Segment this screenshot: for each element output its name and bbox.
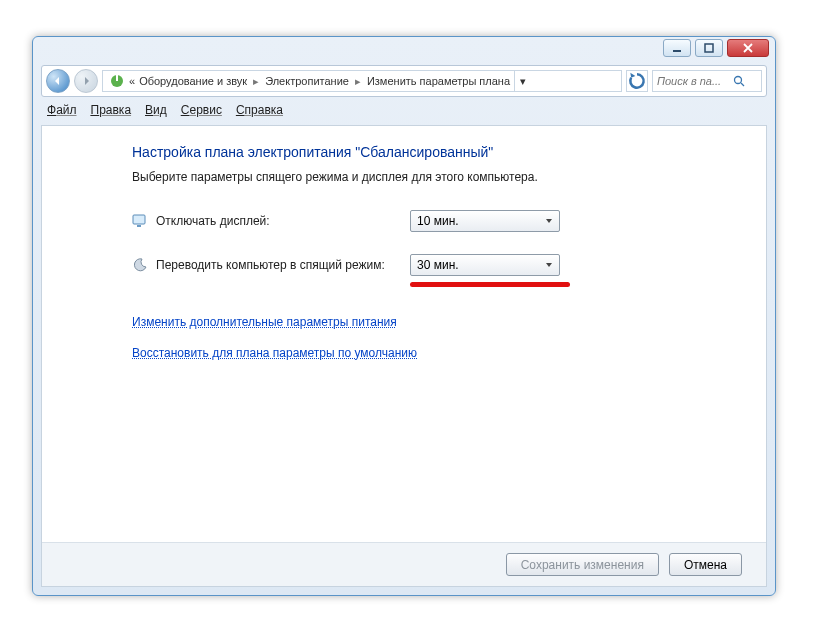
breadcrumb-item[interactable]: Оборудование и звук: [139, 75, 247, 87]
forward-button[interactable]: [74, 69, 98, 93]
menu-file[interactable]: Файл: [47, 103, 77, 117]
back-button[interactable]: [46, 69, 70, 93]
maximize-button[interactable]: [695, 39, 723, 57]
power-options-icon: [109, 73, 125, 89]
monitor-icon: [132, 213, 148, 229]
window-controls: [663, 39, 769, 57]
content-inner: Настройка плана электропитания "Сбаланси…: [42, 126, 766, 374]
svg-rect-1: [705, 44, 713, 52]
chevron-down-icon: [545, 261, 553, 269]
search-icon: [733, 75, 745, 87]
window: « Оборудование и звук ▸ Электропитание ▸…: [32, 36, 776, 596]
content-pane: Настройка плана электропитания "Сбаланси…: [41, 125, 767, 587]
breadcrumb-separator: ▸: [251, 75, 261, 88]
cancel-button[interactable]: Отмена: [669, 553, 742, 576]
restore-defaults-link[interactable]: Восстановить для плана параметры по умол…: [132, 346, 417, 360]
breadcrumb-prefix: «: [129, 75, 135, 87]
breadcrumb-separator: ▸: [353, 75, 363, 88]
sleep-select[interactable]: 30 мин.: [410, 254, 560, 276]
minimize-button[interactable]: [663, 39, 691, 57]
close-button[interactable]: [727, 39, 769, 57]
annotation-underline: [410, 282, 570, 288]
svg-point-4: [735, 77, 742, 84]
turn-off-display-row: Отключать дисплей: 10 мин.: [132, 210, 748, 232]
menu-edit[interactable]: Правка: [91, 103, 132, 117]
turn-off-display-value: 10 мин.: [417, 214, 459, 228]
svg-rect-0: [673, 50, 681, 52]
refresh-icon: [627, 71, 647, 91]
menu-view[interactable]: Вид: [145, 103, 167, 117]
sleep-label: Переводить компьютер в спящий режим:: [132, 257, 410, 273]
sleep-row: Переводить компьютер в спящий режим: 30 …: [132, 254, 748, 276]
close-icon: [743, 43, 753, 53]
turn-off-display-select[interactable]: 10 мин.: [410, 210, 560, 232]
moon-icon: [132, 257, 148, 273]
svg-rect-6: [133, 215, 145, 224]
minimize-icon: [672, 43, 682, 53]
page-subtitle: Выберите параметры спящего режима и дисп…: [132, 170, 748, 184]
search-input[interactable]: [657, 75, 733, 87]
breadcrumb-item[interactable]: Электропитание: [265, 75, 349, 87]
menu-tools[interactable]: Сервис: [181, 103, 222, 117]
search-box[interactable]: [652, 70, 762, 92]
page-title: Настройка плана электропитания "Сбаланси…: [132, 144, 748, 160]
footer: Сохранить изменения Отмена: [42, 542, 766, 586]
back-arrow-icon: [53, 76, 63, 86]
address-dropdown[interactable]: ▾: [514, 71, 530, 91]
breadcrumb-item[interactable]: Изменить параметры плана: [367, 75, 510, 87]
navigation-bar: « Оборудование и звук ▸ Электропитание ▸…: [41, 65, 767, 97]
refresh-button[interactable]: [626, 70, 648, 92]
sleep-value: 30 мин.: [417, 258, 459, 272]
maximize-icon: [704, 43, 714, 53]
menu-help[interactable]: Справка: [236, 103, 283, 117]
svg-line-5: [741, 83, 744, 86]
svg-rect-7: [137, 225, 141, 227]
chevron-down-icon: [545, 217, 553, 225]
menu-bar: Файл Правка Вид Сервис Справка: [41, 99, 767, 121]
titlebar: [33, 37, 775, 63]
save-button[interactable]: Сохранить изменения: [506, 553, 659, 576]
address-bar[interactable]: « Оборудование и звук ▸ Электропитание ▸…: [102, 70, 622, 92]
advanced-settings-link[interactable]: Изменить дополнительные параметры питани…: [132, 315, 397, 329]
svg-rect-3: [116, 75, 118, 81]
forward-arrow-icon: [81, 76, 91, 86]
turn-off-display-label: Отключать дисплей:: [132, 213, 410, 229]
